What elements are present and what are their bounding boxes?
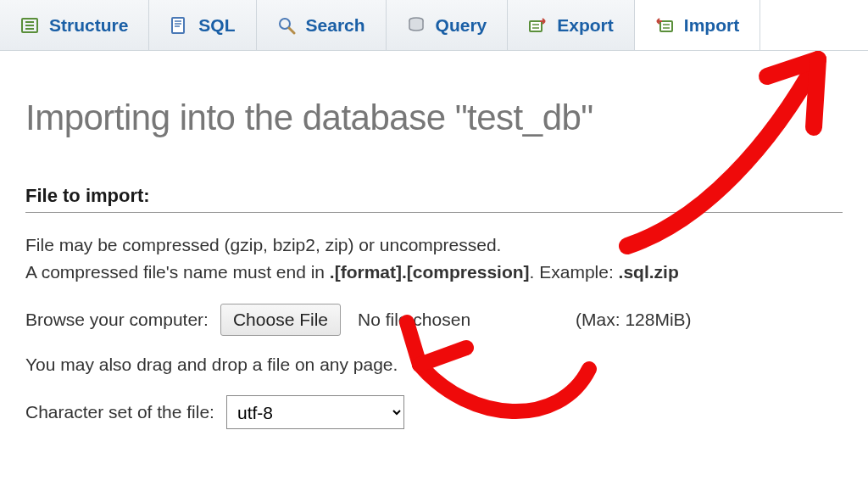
export-icon <box>528 16 547 35</box>
name-rule-example: .sql.zip <box>619 262 679 282</box>
svg-rect-6 <box>660 21 672 31</box>
tab-bar: Structure SQL Search Query Export Import <box>0 0 868 51</box>
tab-sql[interactable]: SQL <box>149 0 256 50</box>
max-size: (Max: 128MiB) <box>576 310 692 330</box>
structure-icon <box>20 16 39 35</box>
page-title: Importing into the database "test_db" <box>25 98 843 138</box>
svg-rect-5 <box>530 21 542 31</box>
section-heading-file-to-import: File to import: <box>25 185 843 213</box>
browse-row: Browse your computer: Choose File No fil… <box>25 304 843 336</box>
search-icon <box>277 16 296 35</box>
import-icon <box>655 16 674 35</box>
svg-line-3 <box>289 28 294 33</box>
sql-icon <box>170 16 188 35</box>
name-rule-info: A compressed file's name must end in .[f… <box>25 260 843 284</box>
tab-label: SQL <box>198 15 235 36</box>
tab-label: Search <box>306 15 365 36</box>
tab-import[interactable]: Import <box>635 0 760 50</box>
tab-label: Import <box>684 15 739 36</box>
charset-label: Character set of the file: <box>25 402 214 422</box>
query-icon <box>407 16 426 35</box>
tab-export[interactable]: Export <box>508 0 635 50</box>
file-status: No file chosen <box>358 310 470 330</box>
name-rule-mid: . Example: <box>530 262 619 282</box>
compress-info: File may be compressed (gzip, bzip2, zip… <box>25 233 843 257</box>
svg-rect-1 <box>172 18 184 33</box>
browse-label: Browse your computer: <box>25 310 209 330</box>
tab-search[interactable]: Search <box>257 0 387 50</box>
tab-structure[interactable]: Structure <box>0 0 149 50</box>
dragdrop-info: You may also drag and drop a file on any… <box>25 353 843 377</box>
name-rule-pre: A compressed file's name must end in <box>25 262 330 282</box>
tab-query[interactable]: Query <box>387 0 509 50</box>
page-content: Importing into the database "test_db" Fi… <box>0 98 868 429</box>
charset-row: Character set of the file: utf-8 <box>25 395 843 429</box>
choose-file-button[interactable]: Choose File <box>220 304 341 336</box>
tab-label: Export <box>557 15 614 36</box>
name-rule-pattern: .[format].[compression] <box>330 262 530 282</box>
tab-label: Structure <box>49 15 128 36</box>
tab-label: Query <box>436 15 487 36</box>
charset-select[interactable]: utf-8 <box>226 395 404 429</box>
